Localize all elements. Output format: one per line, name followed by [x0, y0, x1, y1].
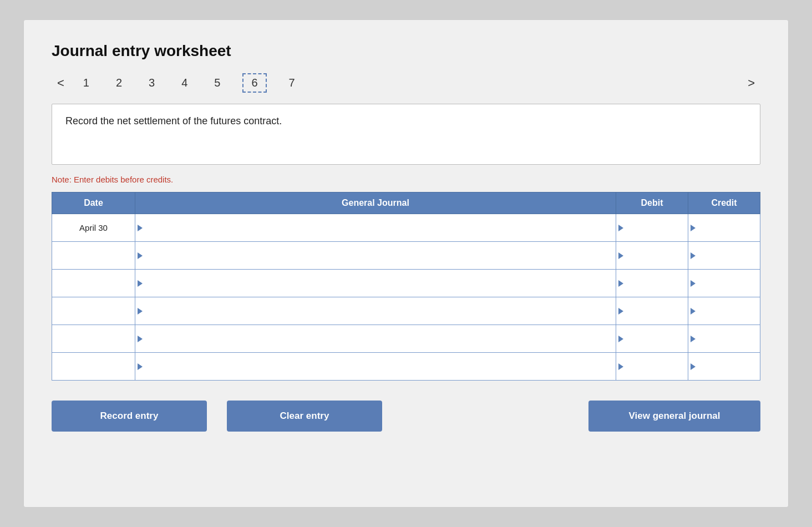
debit-input-1[interactable] [616, 214, 688, 241]
date-cell-2 [52, 242, 135, 270]
header-date: Date [52, 192, 135, 214]
table-row [52, 353, 760, 381]
journal-input-5[interactable] [135, 325, 616, 352]
page-title: Journal entry worksheet [52, 42, 760, 60]
journal-input-2[interactable] [135, 242, 616, 269]
header-credit: Credit [688, 192, 760, 214]
page-numbers: 1 2 3 4 5 6 7 [79, 73, 300, 93]
arrow-indicator [691, 225, 696, 231]
credit-cell-6[interactable] [688, 353, 760, 381]
record-entry-button[interactable]: Record entry [52, 401, 207, 432]
credit-input-3[interactable] [688, 270, 760, 297]
table-row [52, 270, 760, 297]
credit-input-4[interactable] [688, 297, 760, 325]
date-cell-4 [52, 297, 135, 325]
journal-cell-5[interactable] [135, 325, 616, 353]
arrow-indicator [138, 280, 143, 287]
prev-arrow[interactable]: < [52, 74, 70, 93]
page-num-3[interactable]: 3 [144, 74, 159, 92]
debit-cell-1[interactable] [616, 214, 688, 242]
arrow-indicator [138, 225, 143, 231]
credit-input-1[interactable] [688, 214, 760, 241]
credit-cell-2[interactable] [688, 242, 760, 270]
button-row: Record entry Clear entry View general jo… [52, 401, 760, 432]
note-text: Note: Enter debits before credits. [52, 175, 760, 184]
credit-cell-4[interactable] [688, 297, 760, 325]
navigation-row: < 1 2 3 4 5 6 7 > [52, 73, 760, 93]
journal-input-1[interactable] [135, 214, 616, 241]
credit-input-2[interactable] [688, 242, 760, 269]
view-general-journal-button[interactable]: View general journal [588, 401, 760, 432]
arrow-indicator [138, 363, 143, 370]
arrow-indicator [138, 336, 143, 342]
debit-cell-6[interactable] [616, 353, 688, 381]
arrow-indicator [618, 225, 623, 231]
credit-input-5[interactable] [688, 325, 760, 352]
debit-input-3[interactable] [616, 270, 688, 297]
header-debit: Debit [616, 192, 688, 214]
table-row: April 30 [52, 214, 760, 242]
main-container: Journal entry worksheet < 1 2 3 4 5 6 7 … [23, 19, 789, 508]
page-num-7[interactable]: 7 [285, 74, 300, 92]
date-cell-1: April 30 [52, 214, 135, 242]
debit-input-2[interactable] [616, 242, 688, 269]
table-row [52, 297, 760, 325]
journal-table: Date General Journal Debit Credit April … [52, 192, 760, 381]
next-arrow[interactable]: > [742, 74, 760, 93]
date-cell-6 [52, 353, 135, 381]
arrow-indicator [691, 252, 696, 259]
table-row [52, 242, 760, 270]
journal-input-3[interactable] [135, 270, 616, 297]
date-cell-3 [52, 270, 135, 297]
arrow-indicator [618, 363, 623, 370]
credit-input-6[interactable] [688, 353, 760, 380]
arrow-indicator [618, 252, 623, 259]
debit-cell-3[interactable] [616, 270, 688, 297]
description-text: Record the net settlement of the futures… [65, 115, 747, 127]
page-num-6[interactable]: 6 [242, 73, 266, 93]
debit-cell-2[interactable] [616, 242, 688, 270]
credit-cell-3[interactable] [688, 270, 760, 297]
arrow-indicator [691, 363, 696, 370]
arrow-indicator [691, 280, 696, 287]
arrow-indicator [618, 308, 623, 315]
header-journal: General Journal [135, 192, 616, 214]
arrow-indicator [691, 336, 696, 342]
arrow-indicator [618, 280, 623, 287]
table-row [52, 325, 760, 353]
debit-input-5[interactable] [616, 325, 688, 352]
debit-input-6[interactable] [616, 353, 688, 380]
debit-cell-4[interactable] [616, 297, 688, 325]
credit-cell-1[interactable] [688, 214, 760, 242]
credit-cell-5[interactable] [688, 325, 760, 353]
journal-cell-1[interactable] [135, 214, 616, 242]
arrow-indicator [138, 308, 143, 315]
journal-input-4[interactable] [135, 297, 616, 325]
page-num-2[interactable]: 2 [111, 74, 126, 92]
clear-entry-button[interactable]: Clear entry [227, 401, 382, 432]
description-box: Record the net settlement of the futures… [52, 104, 760, 165]
page-num-4[interactable]: 4 [177, 74, 192, 92]
page-num-5[interactable]: 5 [210, 74, 225, 92]
arrow-indicator [691, 308, 696, 315]
journal-cell-3[interactable] [135, 270, 616, 297]
journal-cell-4[interactable] [135, 297, 616, 325]
debit-cell-5[interactable] [616, 325, 688, 353]
page-num-1[interactable]: 1 [79, 74, 94, 92]
journal-cell-2[interactable] [135, 242, 616, 270]
journal-cell-6[interactable] [135, 353, 616, 381]
arrow-indicator [618, 336, 623, 342]
date-cell-5 [52, 325, 135, 353]
journal-input-6[interactable] [135, 353, 616, 380]
debit-input-4[interactable] [616, 297, 688, 325]
arrow-indicator [138, 252, 143, 259]
